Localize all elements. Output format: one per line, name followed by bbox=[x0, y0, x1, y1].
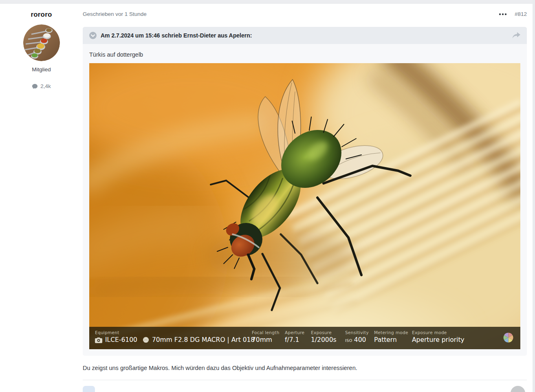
quote-citation[interactable]: Am 2.7.2024 um 15:46 schrieb Ernst-Diete… bbox=[101, 32, 252, 39]
page-top-edge bbox=[0, 0, 535, 4]
speech-bubble-icon bbox=[32, 84, 38, 89]
exif-equipment: Equipment ILCE-6100 bbox=[95, 330, 255, 344]
camera-icon bbox=[95, 337, 102, 343]
quote-body: Türkis auf dottergelb bbox=[83, 44, 527, 356]
post-meta-row: Geschrieben vor 1 Stunde #812 bbox=[83, 11, 527, 17]
forum-post-page: { "author": { "username": "rororo", "rol… bbox=[0, 0, 535, 392]
post-number-link[interactable]: #812 bbox=[515, 11, 527, 17]
exif-camera-value: ILCE-6100 bbox=[105, 336, 137, 344]
aperture-icon bbox=[143, 337, 149, 343]
exif-sensitivity: Sensitivity ISO 400 bbox=[345, 330, 369, 344]
comment-count: 2,4k bbox=[0, 83, 83, 89]
user-avatar[interactable] bbox=[23, 24, 60, 61]
exif-metering-mode: Metering mode Pattern bbox=[374, 330, 408, 344]
scrollbar[interactable] bbox=[533, 0, 535, 392]
post-content-column: Geschrieben vor 1 Stunde #812 Am 2.7.202… bbox=[83, 4, 527, 392]
quote-share-button[interactable] bbox=[512, 32, 520, 39]
author-column: rororo Mitglied 2,4k bbox=[0, 4, 83, 89]
quote-collapse-button[interactable] bbox=[89, 32, 97, 39]
comment-count-value: 2,4k bbox=[40, 83, 51, 89]
iso-prefix: ISO bbox=[345, 338, 352, 343]
exif-lens-value: 70mm F2.8 DG MACRO | Art 018 bbox=[152, 336, 255, 344]
exif-aperture: Aperture f/7.1 bbox=[285, 330, 304, 344]
bottom-right-avatar[interactable] bbox=[511, 386, 525, 392]
exif-exposure-mode: Exposure mode Aperture priority bbox=[412, 330, 465, 344]
exif-focal-length: Focal length 70mm bbox=[252, 330, 280, 344]
username-link[interactable]: rororo bbox=[0, 11, 83, 19]
aperture-color-logo-icon bbox=[503, 332, 514, 343]
post-options-button[interactable] bbox=[498, 13, 507, 16]
member-role-label: Mitglied bbox=[0, 66, 83, 73]
post-body-text: Du zeigst uns großartige Makros. Mich wü… bbox=[83, 365, 527, 371]
photo-attachment[interactable]: Equipment ILCE-6100 bbox=[89, 63, 520, 349]
exif-bar: Equipment ILCE-6100 bbox=[89, 327, 520, 349]
quote-block: Am 2.7.2024 um 15:46 schrieb Ernst-Diete… bbox=[83, 27, 527, 356]
post-timestamp: Geschrieben vor 1 Stunde bbox=[83, 11, 147, 17]
quote-text: Türkis auf dottergelb bbox=[89, 51, 520, 58]
post-footer-divider bbox=[83, 380, 527, 380]
exif-exposure: Exposure 1/2000s bbox=[311, 330, 337, 344]
quote-header: Am 2.7.2024 um 15:46 schrieb Ernst-Diete… bbox=[83, 27, 527, 44]
chevron-down-icon bbox=[91, 34, 95, 37]
macro-fly-photo bbox=[89, 63, 520, 349]
post-footer-row bbox=[83, 386, 527, 392]
share-arrow-icon bbox=[512, 32, 520, 39]
bottom-left-chip[interactable] bbox=[83, 386, 95, 392]
